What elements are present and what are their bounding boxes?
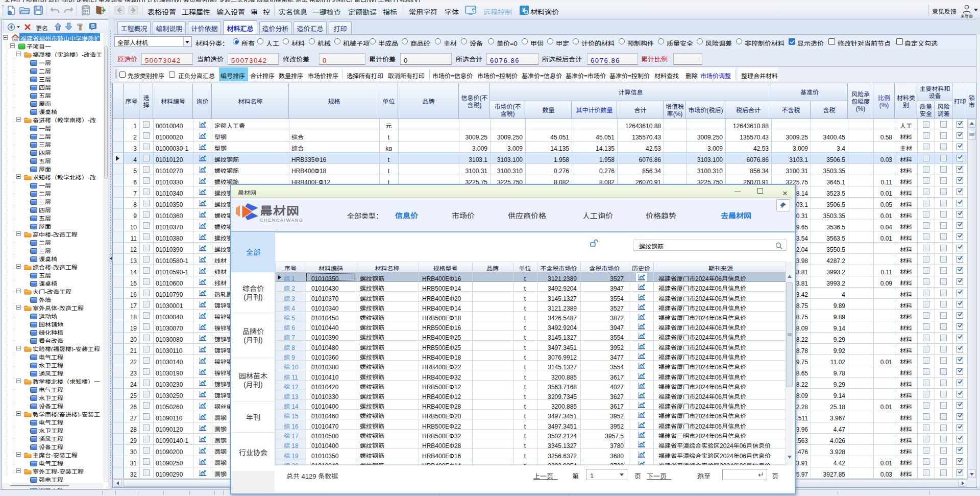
svg-text:B: B — [91, 22, 94, 30]
svg-text:¥: ¥ — [522, 5, 526, 14]
